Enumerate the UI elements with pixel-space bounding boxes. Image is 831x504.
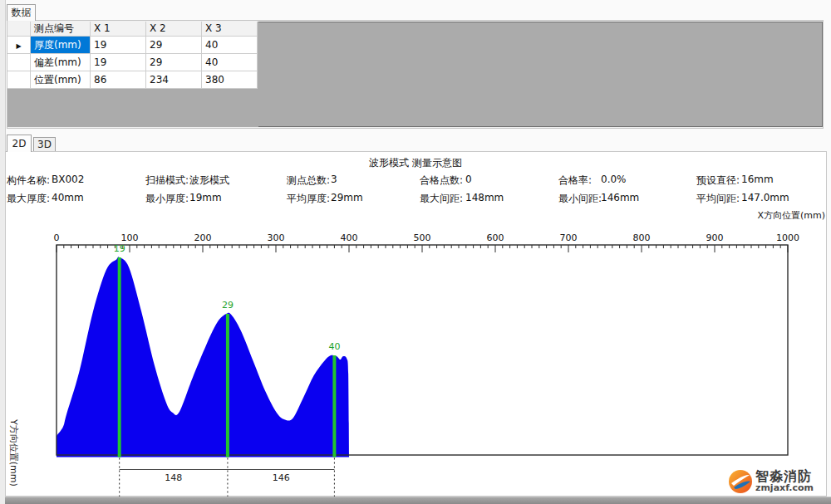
- table-row: ▶厚度(mm)192940: [7, 37, 258, 54]
- info-value: BX002: [52, 174, 84, 185]
- grid-cell-value[interactable]: 234: [146, 71, 202, 89]
- info-label: 最小厚度:: [145, 193, 189, 204]
- info-item: 预设直径:16mm: [696, 174, 740, 188]
- tab-data[interactable]: 数据: [7, 4, 36, 21]
- grid-row-header[interactable]: [7, 71, 31, 89]
- info-item: 最大间距:148mm: [420, 192, 463, 206]
- grid-column-header[interactable]: 测点编号: [31, 22, 91, 37]
- info-label: 预设直径:: [696, 174, 740, 186]
- grid-cell-value[interactable]: 29: [146, 54, 202, 71]
- app-window: 数据 测点编号X 1X 2X 3▶厚度(mm)192940偏差(mm)19294…: [0, 0, 831, 504]
- brand-logo-icon: [728, 469, 753, 494]
- info-label: 扫描模式:: [145, 174, 189, 186]
- grid-cell-value[interactable]: 40: [202, 54, 258, 71]
- grid-cell-value[interactable]: 380: [202, 71, 258, 89]
- grid-row-header[interactable]: ▶: [7, 37, 31, 54]
- chart-title: 波形模式 测量示意图: [0, 156, 831, 170]
- grid-cell-value[interactable]: 19: [91, 37, 146, 54]
- tab-3d[interactable]: 3D: [33, 137, 56, 151]
- info-label: 合格率:: [558, 174, 592, 186]
- info-label: 平均厚度:: [287, 193, 330, 204]
- info-value: 40mm: [52, 192, 84, 203]
- grid-column-header[interactable]: X 3: [202, 22, 258, 37]
- info-item: 构件名称:BX002: [7, 174, 50, 188]
- info-item: 最小间距:146mm: [558, 192, 602, 206]
- info-value: 147.0mm: [741, 192, 789, 203]
- current-row-indicator-icon: ▶: [16, 42, 21, 50]
- data-grid[interactable]: 测点编号X 1X 2X 3▶厚度(mm)192940偏差(mm)192940位置…: [7, 22, 258, 127]
- info-item: 平均厚度:29mm: [287, 192, 330, 206]
- tab-2d[interactable]: 2D: [7, 135, 32, 152]
- info-label: 最大间距:: [420, 193, 463, 204]
- grid-header-row: 测点编号X 1X 2X 3: [7, 22, 258, 37]
- brand-domain: zmjaxf.com: [755, 483, 814, 493]
- info-label: 合格点数:: [420, 174, 463, 186]
- info-value: 146mm: [601, 192, 639, 203]
- grid-cell-name[interactable]: 厚度(mm): [31, 37, 91, 54]
- info-value: 波形模式: [189, 174, 229, 188]
- info-value: 3: [331, 174, 337, 185]
- grid-cell-value[interactable]: 29: [146, 37, 202, 54]
- info-label: 最大厚度:: [7, 193, 50, 204]
- info-value: 0: [465, 174, 472, 185]
- info-label: 最小间距:: [558, 193, 602, 204]
- info-label: 测点总数:: [287, 174, 330, 186]
- grid-cell-name[interactable]: 偏差(mm): [31, 54, 91, 71]
- info-item: 最小厚度:19mm: [145, 192, 189, 206]
- info-item: 测点总数:3: [287, 174, 330, 188]
- watermark: 智淼消防 zmjaxf.com: [728, 469, 814, 494]
- info-label: 平均间距:: [696, 193, 740, 204]
- grid-cell-name[interactable]: 位置(mm): [31, 71, 91, 89]
- brand-name: 智淼消防: [755, 469, 814, 483]
- grid-row-header[interactable]: [7, 54, 31, 71]
- info-item: 最大厚度:40mm: [7, 192, 50, 206]
- info-label: 构件名称:: [7, 174, 50, 186]
- info-value: 16mm: [741, 174, 774, 185]
- info-value: 19mm: [189, 192, 222, 203]
- grid-cell-value[interactable]: 40: [202, 37, 258, 54]
- info-item: 扫描模式:波形模式: [145, 174, 189, 188]
- table-row: 位置(mm)86234380: [7, 71, 258, 89]
- grid-column-header[interactable]: X 2: [146, 22, 202, 37]
- grid-corner-cell: [7, 22, 31, 37]
- info-value: 29mm: [331, 192, 363, 203]
- grid-cell-value[interactable]: 86: [91, 71, 146, 89]
- y-axis-label: Y方向位置(mm): [7, 419, 20, 487]
- info-item: 合格率:0.0%: [558, 174, 592, 188]
- table-row: 偏差(mm)192940: [7, 54, 258, 71]
- horizontal-scrollbar[interactable]: [5, 497, 831, 504]
- grid-column-header[interactable]: X 1: [91, 22, 146, 37]
- info-item: 合格点数:0: [420, 174, 463, 188]
- info-value: 148mm: [465, 192, 504, 203]
- info-value: 0.0%: [601, 174, 627, 185]
- info-item: 平均间距:147.0mm: [696, 192, 740, 206]
- grid-cell-value[interactable]: 19: [91, 54, 146, 71]
